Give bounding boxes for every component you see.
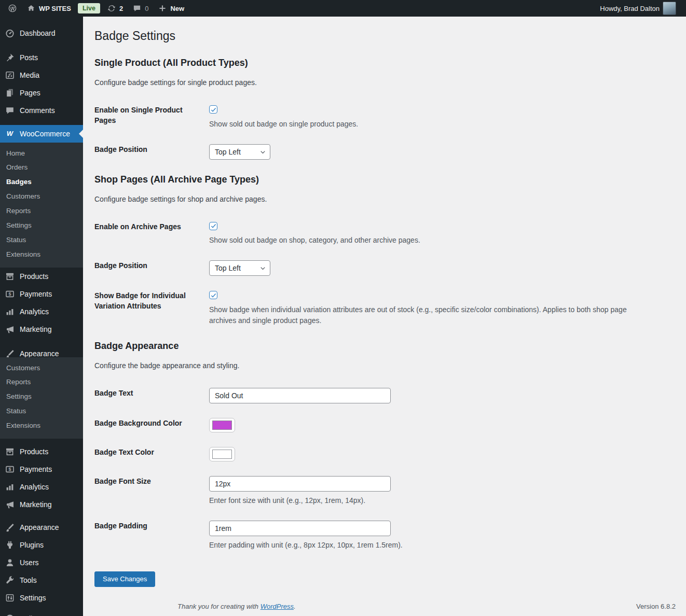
sidebar-item-plugins[interactable]: Plugins [0,536,83,554]
version-label: Version 6.8.2 [636,603,676,610]
updates-button[interactable]: 2 [102,0,128,17]
sidebar-item-posts[interactable]: Posts [0,49,83,66]
wordpress-menu-button[interactable] [3,0,22,17]
sidebar-item-label: Pages [20,89,40,97]
sidebar-item-settings[interactable]: Settings [0,589,83,607]
account-menu[interactable]: Howdy, Brad Dalton [595,0,681,17]
field-label: Badge Position [94,144,209,160]
submenu-item-settings[interactable]: Settings [0,390,83,404]
field-value-area: Top Left [209,260,655,276]
sidebar-item-woocommerce[interactable]: WWooCommerce [0,125,83,143]
sidebar-item-media[interactable]: Media [0,66,83,84]
save-changes-button[interactable]: Save Changes [94,571,155,587]
section-description: Configure badge settings for single prod… [94,78,675,88]
sidebar-item-analytics[interactable]: Analytics [0,303,83,320]
submenu-item-status[interactable]: Status [0,404,83,419]
submenu-item-badges[interactable]: Badges [0,175,83,190]
update-icon [107,4,116,13]
submenu-item-reports[interactable]: Reports [0,375,83,390]
form-row-enable-on-archive-pages: Enable on Archive PagesShow sold out bad… [94,221,675,246]
field-label: Enable on Archive Pages [94,221,209,246]
submenu-item-status[interactable]: Status [0,233,83,247]
color-swatch [212,421,232,430]
sidebar-item-products[interactable]: Products [0,443,83,460]
sidebar-item-label: Media [20,71,39,79]
sidebar-item-marketing[interactable]: Marketing [0,496,83,513]
form-row-badge-position: Badge PositionTop Left [94,144,675,160]
badge-padding-input[interactable] [209,521,391,536]
badge-background-color-picker-button[interactable] [209,418,235,432]
field-label: Badge Font Size [94,476,209,506]
plus-icon [158,4,167,13]
sidebar-item-comments[interactable]: Comments [0,102,83,119]
field-value-area [209,418,655,432]
section-description: Configure badge settings for shop and ar… [94,194,675,205]
field-label: Badge Background Color [94,418,209,432]
sidebar-item-products[interactable]: Products [0,268,83,285]
section-shop-pages-all-archive-page-types: Shop Pages (All Archive Page Types)Confi… [94,174,675,326]
submenu-item-orders[interactable]: Orders [0,161,83,175]
color-swatch [212,450,232,459]
new-label: New [170,5,184,12]
badge-position-select[interactable]: Top Left [209,144,270,160]
wordpress-link[interactable]: WordPress [260,603,294,610]
sidebar-item-marketing[interactable]: Marketing [0,320,83,338]
site-name-menu[interactable]: WP SITES [22,0,76,17]
field-description: Show sold out badge on shop, category, a… [209,235,655,246]
sidebar-item-label: Appearance [20,349,59,357]
clipped-sidebar-item: Appearance [0,345,83,357]
submenu-item-settings[interactable]: Settings [0,218,83,233]
marketing-icon [5,324,15,334]
badge-text-input[interactable] [209,388,391,403]
section-single-product-all-product-types: Single Product (All Product Types)Config… [94,58,675,160]
form-row-badge-position: Badge PositionTop Left [94,260,675,276]
comments-button[interactable]: 0 [128,0,153,17]
enable-on-archive-pages-checkbox[interactable] [209,222,217,230]
enable-on-single-product-pages-checkbox[interactable] [209,105,217,114]
badge-text-color-picker-button[interactable] [209,447,235,461]
comment-bubble-icon [132,4,142,13]
select-wrapper: Top Left [209,144,270,160]
users-icon [5,557,15,568]
wordpress-logo-icon [8,4,17,13]
show-badge-for-individual-variation-attributes-checkbox[interactable] [209,291,217,299]
page-title: Badge Settings [94,29,675,44]
submenu-item-extensions[interactable]: Extensions [0,247,83,262]
sidebar-item-analytics[interactable]: Analytics [0,478,83,496]
field-label: Badge Text Color [94,447,209,461]
badge-font-size-input[interactable] [209,476,391,492]
submenu-item-extensions[interactable]: Extensions [0,419,83,433]
sidebar-item-label: Appearance [20,523,59,531]
sidebar-item-appearance[interactable]: Appearance [0,519,83,536]
submenu-item-reports[interactable]: Reports [0,204,83,219]
sidebar-item-payments[interactable]: $Payments [0,460,83,478]
comment-count: 0 [145,5,148,12]
sidebar-item-label: Dashboard [20,29,56,37]
sidebar-item-tools[interactable]: Tools [0,571,83,589]
svg-text:$: $ [8,291,11,297]
svg-text:$: $ [8,467,11,472]
sidebar-item-users[interactable]: Users [0,554,83,571]
field-value-area [209,388,655,403]
field-label: Enable on Single Product Pages [94,105,209,130]
sidebar-item-dashboard[interactable]: Dashboard [0,24,83,42]
sidebar-item-appearance[interactable]: Appearance [0,345,83,357]
dashboard-icon [5,28,15,38]
field-description: Enter padding with unit (e.g., 8px 12px,… [209,540,655,551]
submenu-item-customers[interactable]: Customers [0,190,83,204]
field-description: Show sold out badge on single product pa… [209,119,655,130]
submenu-item-customers[interactable]: Customers [0,361,83,375]
new-content-button[interactable]: New [153,0,189,17]
field-label: Badge Padding [94,521,209,551]
section-heading: Shop Pages (All Archive Page Types) [94,174,675,186]
sidebar-item-pages[interactable]: Pages [0,84,83,102]
sidebar-item-payments[interactable]: $Payments [0,285,83,303]
badge-position-select[interactable]: Top Left [209,260,270,276]
tools-icon [5,575,15,585]
admin-bar: WP SITES Live 2 0 New Howdy, Brad Dalton [0,0,686,17]
submenu-item-home[interactable]: Home [0,146,83,161]
analytics-icon [5,482,15,492]
sidebar-item-label: Marketing [20,325,51,333]
live-badge: Live [78,3,100,13]
sidebar-item-collapse-menu[interactable]: Collapse Menu [0,610,83,616]
